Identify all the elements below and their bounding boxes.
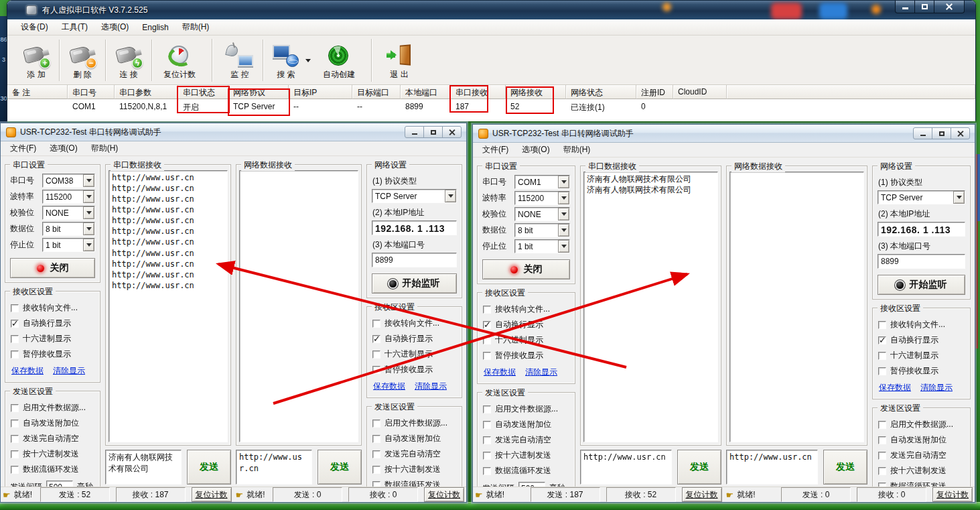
connect-button[interactable]: ϟ 连 接 (109, 38, 148, 83)
checkbox-receive-to-file[interactable]: 接收转向文件... (372, 318, 456, 329)
menu-tools[interactable]: 工具(T) (55, 19, 94, 35)
baud-rate-select[interactable]: 115200 (42, 190, 95, 204)
checkbox-hex-display[interactable]: 十六进制显示 (483, 334, 569, 346)
checkbox-hex-send[interactable]: 按十六进制发送 (878, 465, 965, 476)
menu-device[interactable]: 设备(D) (14, 19, 55, 35)
checkbox-file-data-source[interactable]: 启用文件数据源... (372, 418, 456, 429)
window-titlebar[interactable]: USR-TCP232-Test 串口转网络调试助手 (1, 123, 466, 141)
checkbox-file-data-source[interactable]: 启用文件数据源... (11, 402, 94, 413)
checkbox-loop-send[interactable]: 数据流循环发送 (372, 479, 456, 487)
menu-english[interactable]: English (135, 21, 175, 34)
local-port-input[interactable]: 8899 (372, 253, 457, 267)
menu-file[interactable]: 文件(F) (476, 142, 515, 157)
restore-button[interactable] (423, 126, 443, 138)
protocol-select[interactable]: TCP Server (372, 189, 457, 203)
save-data-link[interactable]: 保存数据 (373, 381, 405, 392)
parity-select[interactable]: NONE (42, 206, 95, 220)
stop-bits-select[interactable]: 1 bit (42, 238, 95, 252)
column-header[interactable]: 串口参数 (115, 85, 178, 99)
clear-display-link[interactable]: 清除显示 (53, 365, 85, 377)
protocol-select[interactable]: TCP Server (878, 190, 965, 204)
close-button[interactable] (442, 126, 462, 138)
data-bits-select[interactable]: 8 bit (514, 223, 570, 237)
clear-display-link[interactable]: 清除显示 (920, 382, 953, 393)
column-header[interactable]: 网络状态 (566, 85, 636, 99)
stop-bits-select[interactable]: 1 bit (514, 239, 570, 253)
reset-counter-button[interactable]: 复位计数 (932, 487, 973, 502)
column-header[interactable]: 目标端口 (352, 85, 401, 99)
checkbox-hex-display[interactable]: 十六进制显示 (878, 350, 965, 361)
checkbox-pause-display[interactable]: 暂停接收显示 (372, 364, 456, 375)
network-send-button[interactable]: 发送 (823, 450, 867, 485)
serial-rx-textarea[interactable]: http://www.usr.cn http://www.usr.cn http… (109, 170, 228, 442)
reset-counter-button[interactable]: 复位计数 (424, 487, 464, 502)
save-data-link[interactable]: 保存数据 (484, 367, 516, 378)
auto-create-button[interactable]: 自动创建 (315, 38, 363, 83)
minimize-button[interactable] (913, 127, 932, 139)
menu-options[interactable]: 选项(O) (515, 142, 556, 157)
checkbox-receive-to-file[interactable]: 接收转向文件... (878, 319, 965, 330)
serial-send-input[interactable]: 济南有人物联网技术有限公司 (105, 450, 182, 485)
save-data-link[interactable]: 保存数据 (879, 382, 911, 393)
send-interval-input[interactable]: 500 (518, 482, 545, 487)
menu-help[interactable]: 帮助(H) (176, 19, 216, 35)
serial-close-button[interactable]: 关闭 (10, 258, 95, 278)
checkbox-clear-after-send[interactable]: 发送完自动清空 (878, 450, 965, 461)
checkbox-auto-append[interactable]: 自动发送附加位 (372, 433, 456, 444)
window-titlebar[interactable]: 有人虚拟串口软件 V3.7.2.525 (7, 1, 975, 19)
checkbox-auto-append[interactable]: 自动发送附加位 (483, 419, 569, 430)
clear-display-link[interactable]: 清除显示 (525, 367, 557, 378)
checkbox-receive-to-file[interactable]: 接收转向文件... (11, 302, 94, 314)
checkbox-hex-display[interactable]: 十六进制显示 (372, 348, 456, 360)
com-port-select[interactable]: COM1 (514, 175, 570, 189)
reset-counter-button[interactable]: 复位计数 (155, 38, 204, 83)
checkbox-pause-display[interactable]: 暂停接收显示 (11, 348, 94, 360)
checkbox-file-data-source[interactable]: 启用文件数据源... (483, 403, 569, 415)
checkbox-clear-after-send[interactable]: 发送完自动清空 (483, 434, 569, 446)
network-send-input[interactable]: http://www.usr.cn (726, 450, 818, 485)
serial-send-input[interactable]: http://www.usr.cn (580, 450, 672, 485)
close-button[interactable] (934, 1, 965, 13)
search-button[interactable]: 搜 索 (267, 38, 305, 83)
device-table-row[interactable]: COM1 115200,N,8,1 开启 TCP Server -- -- 88… (7, 99, 975, 113)
delete-port-button[interactable]: − 删 除 (63, 38, 102, 83)
checkbox-hex-display[interactable]: 十六进制显示 (11, 333, 94, 344)
checkbox-pause-display[interactable]: 暂停接收显示 (878, 365, 965, 377)
maximize-button[interactable] (914, 1, 934, 13)
serial-send-button[interactable]: 发送 (677, 450, 721, 485)
checkbox-loop-send[interactable]: 数据流循环发送 (878, 481, 965, 487)
exit-button[interactable]: 退 出 (380, 38, 419, 83)
menu-options[interactable]: 选项(O) (43, 141, 84, 156)
add-port-button[interactable]: + 添 加 (17, 38, 56, 83)
serial-close-button[interactable]: 关闭 (482, 259, 570, 279)
checkbox-file-data-source[interactable]: 启用文件数据源... (878, 419, 965, 430)
checkbox-clear-after-send[interactable]: 发送完自动清空 (11, 433, 94, 444)
menu-help[interactable]: 帮助(H) (557, 142, 598, 157)
checkbox-auto-newline[interactable]: 自动换行显示 (372, 333, 456, 344)
send-interval-input[interactable]: 500 (46, 481, 73, 487)
checkbox-loop-send[interactable]: 数据流循环发送 (483, 465, 569, 476)
network-rx-textarea[interactable] (239, 170, 358, 442)
network-send-input[interactable]: http://www.usr.cn (236, 450, 312, 485)
menu-options[interactable]: 选项(O) (94, 19, 135, 35)
checkbox-clear-after-send[interactable]: 发送完自动清空 (372, 448, 456, 460)
parity-select[interactable]: NONE (514, 207, 570, 221)
local-ip-input[interactable]: 192.168. 1 .113 (878, 222, 965, 237)
reset-counter-button[interactable]: 复位计数 (192, 487, 232, 502)
checkbox-hex-send[interactable]: 按十六进制发送 (11, 448, 94, 460)
clear-display-link[interactable]: 清除显示 (415, 381, 447, 392)
checkbox-receive-to-file[interactable]: 接收转向文件... (483, 304, 569, 315)
close-button[interactable] (951, 127, 970, 139)
local-ip-input[interactable]: 192.168. 1 .113 (372, 220, 457, 235)
checkbox-loop-send[interactable]: 数据流循环发送 (11, 464, 94, 475)
column-header[interactable]: 本地端口 (401, 85, 451, 99)
checkbox-hex-send[interactable]: 按十六进制发送 (372, 464, 456, 475)
network-send-button[interactable]: 发送 (318, 450, 362, 485)
column-header[interactable]: 目标IP (289, 85, 352, 99)
baud-rate-select[interactable]: 115200 (514, 191, 570, 205)
checkbox-pause-display[interactable]: 暂停接收显示 (483, 350, 569, 361)
column-header[interactable]: 备 注 (7, 85, 68, 99)
window-titlebar[interactable]: USR-TCP232-Test 串口转网络调试助手 (473, 125, 975, 143)
start-listen-button[interactable]: 开始监听 (878, 275, 965, 295)
column-header[interactable]: 注册ID (636, 85, 673, 99)
